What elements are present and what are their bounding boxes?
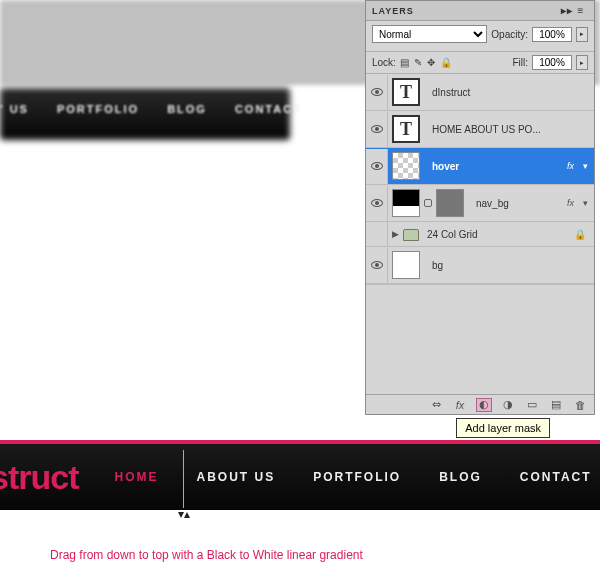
tooltip: Add layer mask — [456, 418, 550, 438]
new-layer-icon[interactable]: ▤ — [548, 398, 564, 412]
nav-item-home[interactable]: HOME — [108, 446, 164, 508]
layer-list: T dInstruct T HOME ABOUT US PO... hover … — [366, 74, 594, 394]
nav-item-blog[interactable]: BLOG — [433, 446, 488, 508]
layer-name[interactable]: dInstruct — [432, 87, 470, 98]
visibility-eye-icon[interactable] — [371, 261, 383, 269]
opacity-flyout-icon[interactable]: ▸ — [576, 27, 588, 42]
panel-menu-icon[interactable]: ≡ — [574, 5, 588, 16]
visibility-eye-icon[interactable] — [371, 199, 383, 207]
blurred-menu: ' US PORTFOLIO BLOG CONTACT — [0, 103, 302, 115]
fill-label: Fill: — [512, 57, 528, 68]
layer-row-text2[interactable]: T HOME ABOUT US PO... — [366, 111, 594, 148]
navbar: struct HOME ABOUT US PORTFOLIO BLOG CONT… — [0, 444, 600, 510]
link-layers-icon[interactable]: ⇔ — [428, 398, 444, 412]
mask-link-icon[interactable] — [424, 199, 432, 207]
layer-name[interactable]: 24 Col Grid — [427, 229, 478, 240]
panel-title: LAYERS — [372, 6, 414, 16]
logo: struct — [0, 458, 78, 497]
layer-list-empty — [366, 284, 594, 394]
fx-badge-icon[interactable]: fx — [567, 198, 574, 208]
delete-layer-icon[interactable]: 🗑 — [572, 398, 588, 412]
fx-expand-icon[interactable]: ▾ — [583, 161, 588, 171]
lock-label: Lock: — [372, 57, 396, 68]
layer-row-text1[interactable]: T dInstruct — [366, 74, 594, 111]
layer-name[interactable]: HOME ABOUT US PO... — [432, 124, 541, 135]
layer-name[interactable]: hover — [432, 161, 459, 172]
fx-badge-icon[interactable]: fx — [567, 161, 574, 171]
layer-row-group[interactable]: ▶ 24 Col Grid 🔒 — [366, 222, 594, 247]
lock-position-icon[interactable]: ✥ — [427, 57, 435, 68]
layer-style-icon[interactable]: fx — [452, 398, 468, 412]
text-layer-thumb-icon: T — [392, 115, 420, 143]
layer-thumb-icon — [392, 152, 420, 180]
visibility-eye-icon[interactable] — [371, 88, 383, 96]
folder-icon — [403, 229, 419, 241]
opacity-label: Opacity: — [491, 29, 528, 40]
panel-header[interactable]: LAYERS ▸▸ ≡ — [366, 1, 594, 21]
add-mask-icon[interactable]: ◐ — [476, 398, 492, 412]
adjustment-layer-icon[interactable]: ◑ — [500, 398, 516, 412]
gradient-guide-arrow-icon: ▾▴ — [178, 507, 190, 521]
lock-transparency-icon[interactable]: ▤ — [400, 57, 409, 68]
group-expand-icon[interactable]: ▶ — [392, 229, 399, 239]
panel-collapse-icon[interactable]: ▸▸ — [560, 5, 574, 16]
lock-pixels-icon[interactable]: ✎ — [414, 57, 422, 68]
visibility-eye-icon[interactable] — [371, 162, 383, 170]
instruction-caption: Drag from down to top with a Black to Wh… — [50, 548, 363, 562]
lock-icon[interactable]: 🔒 — [574, 229, 586, 240]
visibility-eye-icon[interactable] — [371, 125, 383, 133]
fill-flyout-icon[interactable]: ▸ — [576, 55, 588, 70]
layer-row-navbg[interactable]: nav_bg fx ▾ — [366, 185, 594, 222]
opacity-input[interactable] — [532, 27, 572, 42]
nav-item-portfolio[interactable]: PORTFOLIO — [307, 446, 407, 508]
panel-footer: ⇔ fx ◐ ◑ ▭ ▤ 🗑 — [366, 394, 594, 414]
layer-name[interactable]: bg — [432, 260, 443, 271]
nav-item-about[interactable]: ABOUT US — [190, 446, 281, 508]
layer-thumb-icon — [392, 251, 420, 279]
new-group-icon[interactable]: ▭ — [524, 398, 540, 412]
mask-thumb-icon — [436, 189, 464, 217]
layer-row-hover[interactable]: hover fx ▾ — [366, 148, 594, 185]
blend-mode-select[interactable]: Normal — [372, 25, 487, 43]
text-layer-thumb-icon: T — [392, 78, 420, 106]
nav-menu: HOME ABOUT US PORTFOLIO BLOG CONTACT — [108, 446, 597, 508]
fill-input[interactable] — [532, 55, 572, 70]
layers-panel: LAYERS ▸▸ ≡ Normal Opacity: ▸ Lock: ▤ ✎ … — [365, 0, 595, 415]
layer-row-bg[interactable]: bg — [366, 247, 594, 284]
layer-thumb-icon — [392, 189, 420, 217]
gradient-guide-line — [183, 450, 184, 508]
nav-item-contact[interactable]: CONTACT — [514, 446, 598, 508]
lock-all-icon[interactable]: 🔒 — [440, 57, 452, 68]
fx-expand-icon[interactable]: ▾ — [583, 198, 588, 208]
site-banner: struct HOME ABOUT US PORTFOLIO BLOG CONT… — [0, 440, 600, 510]
layer-name[interactable]: nav_bg — [476, 198, 509, 209]
